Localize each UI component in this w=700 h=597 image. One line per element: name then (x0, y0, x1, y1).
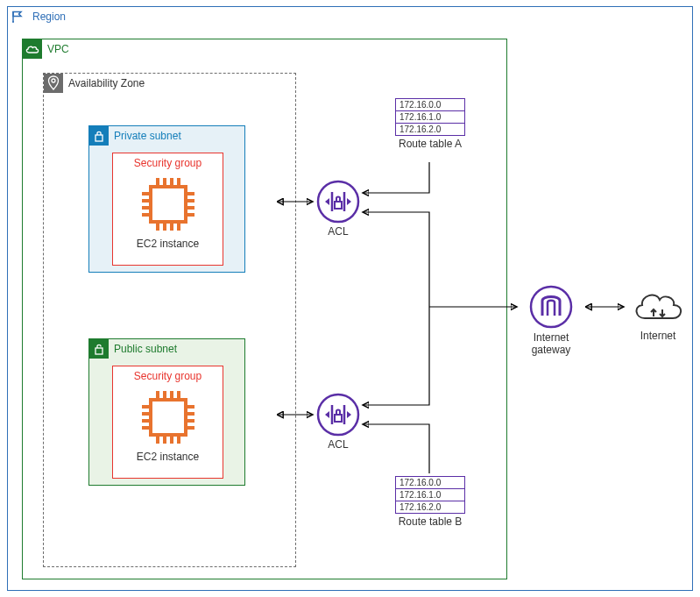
svg-rect-2 (95, 135, 103, 141)
az-label: Availability Zone (68, 77, 145, 89)
vpc-cloud-icon (23, 39, 42, 59)
rt-b-label: Route table B (395, 515, 465, 528)
ec2-chip-icon-private (138, 174, 198, 234)
private-subnet-box: Private subnet Security group EC2 instan… (88, 125, 245, 273)
public-subnet-label: Public subnet (114, 343, 177, 355)
security-group-box-private: Security group EC2 instance (112, 153, 223, 266)
route-table-b: 172.16.0.0 172.16.1.0 172.16.2.0 Route t… (395, 476, 465, 528)
internet-label: Internet (626, 330, 689, 342)
az-pin-icon (44, 74, 63, 93)
rt-a-row-1: 172.16.1.0 (395, 110, 465, 124)
vpc-label: VPC (47, 43, 69, 55)
svg-rect-21 (151, 400, 186, 435)
acl-label-1: ACL (316, 225, 360, 238)
security-group-label-private: Security group (113, 157, 223, 169)
ec2-instance-label-public: EC2 instance (113, 451, 223, 463)
rt-a-row-0: 172.16.0.0 (395, 98, 465, 111)
internet-cloud-icon: Internet (626, 283, 689, 342)
rt-b-row-1: 172.16.1.0 (395, 488, 465, 501)
acl-icon-2: ACL (316, 393, 360, 451)
internet-gateway-label: Internet gateway (520, 331, 582, 357)
region-label: Region (32, 11, 66, 23)
internet-gateway-icon: Internet gateway (520, 285, 582, 357)
svg-point-46 (531, 287, 571, 327)
rt-a-label: Route table A (395, 138, 465, 150)
ec2-instance-label-private: EC2 instance (113, 238, 223, 250)
private-subnet-lock-icon (89, 126, 109, 146)
svg-rect-20 (95, 348, 103, 354)
acl-label-2: ACL (316, 438, 360, 451)
private-subnet-label: Private subnet (114, 130, 181, 142)
acl-icon-1: ACL (316, 180, 360, 238)
rt-b-row-2: 172.16.2.0 (395, 501, 465, 514)
public-subnet-box: Public subnet Security group EC2 instanc… (88, 338, 245, 486)
security-group-box-public: Security group EC2 instance (112, 366, 223, 479)
svg-point-0 (12, 21, 14, 23)
public-subnet-lock-icon (89, 339, 109, 359)
region-flag-icon (8, 7, 27, 26)
rt-a-row-2: 172.16.2.0 (395, 123, 465, 136)
route-table-a: 172.16.0.0 172.16.1.0 172.16.2.0 Route t… (395, 98, 465, 150)
rt-b-row-0: 172.16.0.0 (395, 476, 465, 489)
security-group-label-public: Security group (113, 370, 223, 382)
ec2-chip-icon-public (138, 387, 198, 447)
svg-rect-3 (151, 187, 186, 222)
svg-point-1 (52, 79, 55, 82)
